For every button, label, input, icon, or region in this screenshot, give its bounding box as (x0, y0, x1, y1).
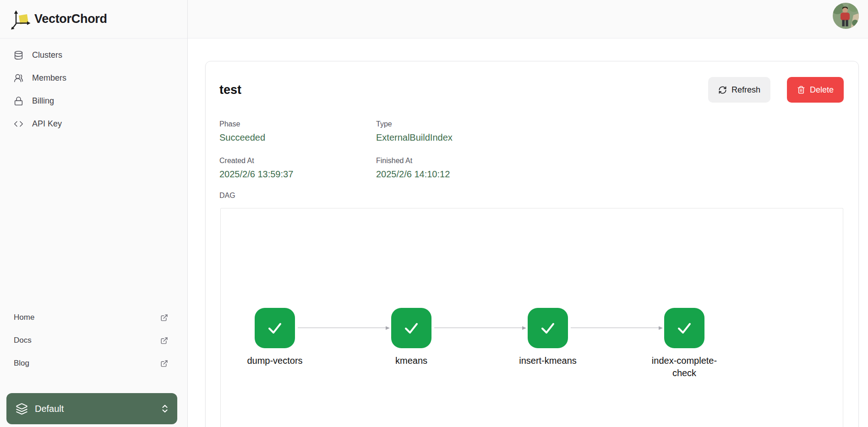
node-status-succeeded (391, 308, 431, 348)
field-type: Type ExternalBuildIndex (376, 120, 453, 143)
refresh-icon (718, 86, 727, 94)
sidebar-item-clusters[interactable]: Clusters (0, 44, 187, 66)
field-value: Succeeded (219, 132, 376, 143)
refresh-button[interactable]: Refresh (708, 77, 770, 103)
sidebar-external-links: Home Docs Blog (0, 306, 187, 375)
sidebar-link-label: Docs (14, 336, 32, 345)
dag-node-label: dump-vectors (229, 355, 321, 367)
sidebar-link-docs[interactable]: Docs (0, 329, 187, 352)
check-icon (401, 318, 421, 338)
dag-node-index-complete-check[interactable]: index-complete-check (639, 308, 730, 379)
field-created-at: Created At 2025/2/6 13:59:37 (219, 157, 376, 180)
sidebar-item-label: Clusters (32, 50, 62, 60)
dag-node-dump-vectors[interactable]: dump-vectors (229, 308, 321, 367)
sidebar-link-label: Blog (14, 359, 29, 368)
field-label: Created At (219, 157, 376, 165)
sidebar-item-label: Billing (32, 96, 54, 106)
dag-section-label: DAG (219, 192, 235, 200)
lock-icon (14, 96, 23, 106)
field-value: 2025/2/6 13:59:37 (219, 169, 376, 180)
sidebar-item-api-key[interactable]: API Key (0, 112, 187, 135)
database-icon (14, 50, 23, 60)
dag-node-label: index-complete-check (645, 355, 723, 379)
layers-icon (16, 403, 28, 415)
field-value: ExternalBuildIndex (376, 132, 453, 143)
node-status-succeeded (664, 308, 704, 348)
field-label: Type (376, 120, 453, 128)
user-avatar-photo (833, 3, 859, 29)
dag-node-insert-kmeans[interactable]: insert-kmeans (502, 308, 594, 367)
avatar[interactable] (833, 3, 859, 29)
sidebar-nav: Clusters Members Billing (0, 38, 187, 135)
card-header: test Refresh (219, 77, 844, 103)
delete-label: Delete (810, 85, 834, 95)
node-status-succeeded (255, 308, 295, 348)
external-link-icon (160, 314, 168, 322)
vectorchord-logo-icon (10, 9, 31, 30)
dag-node-kmeans[interactable]: kmeans (366, 308, 457, 367)
job-details: Phase Succeeded Type ExternalBuildIndex … (219, 120, 453, 180)
brand-name: VectorChord (34, 12, 107, 26)
workspace-name: Default (35, 404, 153, 414)
external-link-icon (160, 337, 168, 345)
dag-node-label: insert-kmeans (502, 355, 594, 367)
sidebar-item-label: Members (32, 73, 66, 83)
dag-node-label: kmeans (366, 355, 457, 367)
job-card: test Refresh (205, 61, 859, 427)
sidebar-item-members[interactable]: Members (0, 66, 187, 89)
brand-logo[interactable]: VectorChord (0, 0, 187, 38)
field-label: Phase (219, 120, 376, 128)
trash-icon (797, 86, 805, 94)
users-icon (14, 73, 23, 83)
sidebar-link-blog[interactable]: Blog (0, 352, 187, 375)
check-icon (538, 318, 558, 338)
field-finished-at: Finished At 2025/2/6 14:10:12 (376, 157, 453, 180)
sidebar-item-billing[interactable]: Billing (0, 89, 187, 112)
sidebar-link-label: Home (14, 313, 34, 322)
chevrons-up-down-icon (160, 404, 170, 414)
page-title: test (219, 83, 241, 97)
sidebar-link-home[interactable]: Home (0, 306, 187, 329)
card-actions: Refresh Delete (708, 77, 844, 103)
field-label: Finished At (376, 157, 453, 165)
workspace-switcher[interactable]: Default (6, 393, 177, 424)
delete-button[interactable]: Delete (787, 77, 844, 103)
external-link-icon (160, 360, 168, 367)
code-icon (14, 119, 23, 129)
field-value: 2025/2/6 14:10:12 (376, 169, 453, 180)
refresh-label: Refresh (732, 85, 760, 95)
sidebar-item-label: API Key (32, 119, 62, 129)
sidebar: VectorChord Clusters Members (0, 0, 188, 427)
topbar (188, 0, 868, 38)
field-phase: Phase Succeeded (219, 120, 376, 143)
check-icon (265, 318, 285, 338)
node-status-succeeded (528, 308, 568, 348)
check-icon (674, 318, 694, 338)
dag-canvas[interactable]: dump-vectors kmeans (220, 208, 843, 427)
